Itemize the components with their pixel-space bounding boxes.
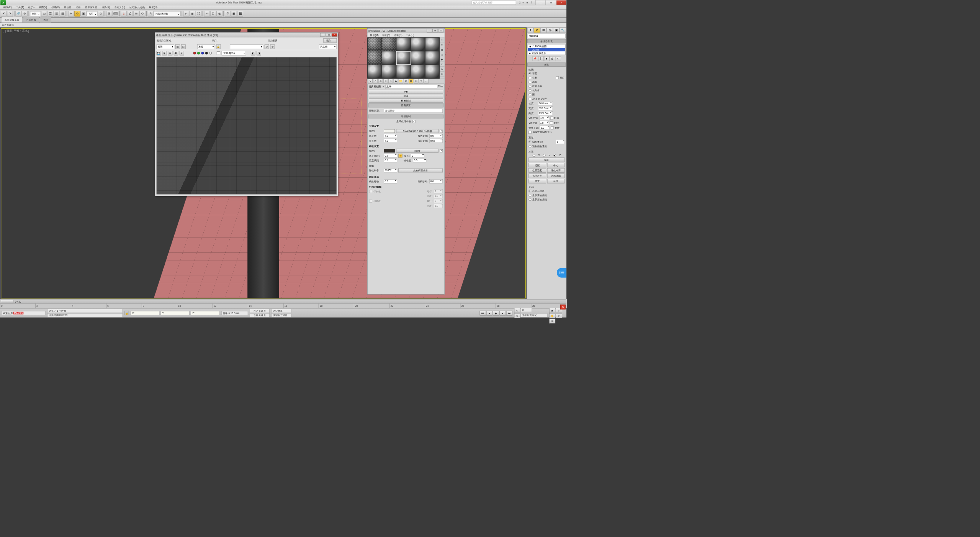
mat-slot[interactable] [425,51,440,65]
v-gap-spinner[interactable]: 0.5 [384,159,397,162]
configure-icon[interactable]: ⊡ [555,56,561,61]
axis-z-radio[interactable] [553,154,556,157]
change-row-spinner[interactable]: 1.0 [434,194,443,198]
modify-tab[interactable]: ⟳ [534,28,540,33]
v-tile-spinner[interactable]: 1.0 [539,121,549,125]
tile-use-check[interactable] [440,129,443,133]
clear-icon[interactable]: ✕ [180,51,184,56]
align-button[interactable]: ≣ [190,11,195,16]
realworld-check[interactable] [528,131,532,134]
scale-button[interactable]: ▣ [80,11,86,16]
per-row-spinner[interactable]: 2 [434,189,443,193]
noise-rollout[interactable]: 噪波 [369,94,443,98]
per-col-spinner[interactable]: 2 [434,199,443,203]
viewport-label[interactable]: [+] 透视 | 平滑 + 高光 ] [3,29,29,33]
map-channel-spinner[interactable]: 1 [556,140,564,144]
lock-icon[interactable]: 🔒 [216,44,221,49]
channel-drop[interactable]: RGB Alpha [222,51,246,56]
percent-snap-button[interactable]: % [133,11,139,16]
green-channel[interactable] [197,52,200,54]
show-map-icon[interactable]: ▦ [409,79,414,83]
env-icon[interactable]: ⊙ [265,44,269,49]
undo-button[interactable]: ↶ [1,11,7,16]
advanced-section[interactable]: 高级控制 [368,115,444,118]
object-name-field[interactable]: Model01 [528,34,566,38]
link-button[interactable]: 🔗 [15,11,21,16]
bitmap-fit-btn[interactable]: 位图适配 [528,168,546,173]
motion-tab[interactable]: ◎ [547,28,553,33]
time-slider[interactable]: 0 / 30 [0,299,566,303]
redo-button[interactable]: ↷ [7,11,13,16]
pan-button[interactable]: ✋ [549,313,555,318]
map-box-radio[interactable] [528,89,531,92]
menu-maxscript[interactable]: MAXScript(M) [127,6,147,9]
put-material-icon[interactable]: ↗ [373,79,378,83]
menu-group[interactable]: 组(G) [26,5,37,10]
reset-map-icon[interactable]: ✕ [383,79,388,83]
area-drop[interactable]: 视图 [157,44,174,49]
fit-btn[interactable]: 适配 [528,163,546,167]
col-mod-check[interactable] [369,200,372,203]
menu-customize[interactable]: 自定义(U) [112,5,127,10]
go-sibling-icon[interactable]: ↔ [424,79,429,83]
menu-help[interactable]: 帮助(H) [147,5,160,10]
mat-min[interactable]: — [427,29,432,33]
row-mod-check[interactable] [369,190,372,193]
map-face-radio[interactable] [528,93,531,96]
mat-slot[interactable] [411,51,425,65]
x-coord[interactable]: X: [131,311,159,315]
line-shift-spinner[interactable]: 0.0 [384,179,397,183]
mat-slot-selected[interactable] [396,51,411,65]
production-drop[interactable]: 产品级 [319,44,337,49]
make-preview-icon[interactable]: ⊡ [440,62,445,67]
ref-coord-drop[interactable]: 视图 [87,11,98,16]
map-sphere-radio[interactable] [528,81,531,83]
fade-var-spinner[interactable]: 0.05 [429,139,443,142]
video-check-icon[interactable]: ▶ [440,57,445,62]
print-icon[interactable]: 🖶 [174,51,178,56]
unlink-button[interactable]: ⊘ [22,11,28,16]
bg-swatch[interactable] [217,51,220,55]
seed-spinner[interactable]: 38002 [384,169,397,172]
acquire-btn[interactable]: 获取 [547,179,565,183]
grout-color-swatch[interactable] [384,149,395,152]
menu-rendering[interactable]: 渲染(R) [100,5,112,10]
angle-snap-button[interactable]: ∠ [127,11,133,16]
pick-icon[interactable]: ✎ [383,85,384,88]
mat-slot[interactable] [382,51,396,65]
material-editor-window[interactable]: 材质编辑器 - 08 - Defaultdcdcdcdc — ▭ ✕ 材质(M)… [367,28,445,295]
copy-icon[interactable]: ⎘ [162,51,167,56]
goto-start-button[interactable]: ⏮ [480,311,486,316]
mat-slot[interactable] [425,38,440,51]
close-button[interactable]: ✕ [556,0,567,5]
lock-gap-icon[interactable]: 🔒 [398,154,402,157]
named-sel-button[interactable]: ✎ [148,11,154,16]
rough-spinner[interactable]: 0.0 [413,159,427,162]
goto-end-button[interactable]: ⏭ [506,311,512,316]
mod-gizmo[interactable]: Gizmo [528,48,566,51]
show-sample-check[interactable] [412,120,416,123]
window-crossing-button[interactable]: ▦ [60,11,65,16]
modifier-stack[interactable]: ◉ 日 UVW 贴图 Gizmo ■ 可编辑多边形 [528,44,566,55]
pivot-button[interactable]: ⊙ [98,11,103,16]
y-coord[interactable]: Y: [161,311,190,315]
render-button[interactable]: 🎬 [237,11,243,16]
frame-field[interactable]: 0 [521,308,532,312]
manipulate-button[interactable]: ⊞ [106,11,112,16]
overlay-icon[interactable]: ◧ [251,51,255,56]
selection-filter-drop[interactable]: 全部 [30,11,41,16]
region-icon[interactable]: ▧ [175,44,180,49]
no-seams-radio[interactable] [528,190,531,192]
selkey-drop[interactable]: 选定对象 [272,309,291,313]
time-tag-drop[interactable]: 添加时间标记 [521,313,547,317]
menu-grapheditors[interactable]: 图形编辑器 [83,5,99,10]
h-gap-spinner[interactable]: 0.5 [384,154,397,157]
time-config-button[interactable]: ⏱ [514,313,520,318]
color-var-spinner[interactable]: 0.0 [429,134,443,138]
axis-y-radio[interactable] [543,154,546,157]
get-material-icon[interactable]: ↘ [368,79,373,83]
tile-texture-button[interactable]: #121990 (斜边砖白色.png) [396,129,438,133]
grout-use-check[interactable] [440,149,443,152]
render-win-max[interactable]: ▭ [326,33,331,37]
material-slots[interactable] [367,38,439,79]
